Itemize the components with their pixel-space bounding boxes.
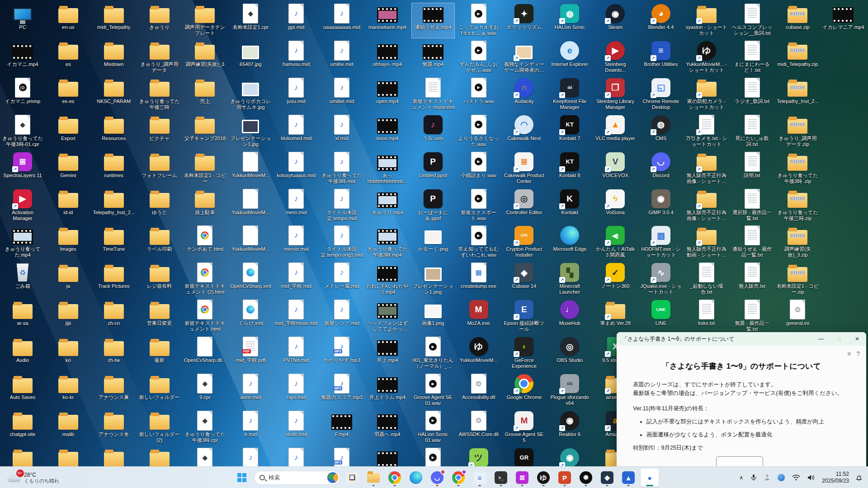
desktop-icon[interactable]: ▶小銭詰まり.wav [457, 151, 500, 187]
desktop-icon[interactable]: ◆9.cpr [183, 373, 226, 408]
desktop-icon[interactable]: ko-kr [47, 373, 90, 408]
desktop-icon[interactable]: V↗VOICEVOX [594, 151, 637, 187]
desktop-icon[interactable]: en-us [47, 3, 90, 38]
desktop-icon[interactable]: きゅうり食ってた午後3時 .zip [776, 151, 819, 187]
desktop-icon[interactable]: ◆きゅうり食ってた午後3時-01.cpr [1, 114, 44, 150]
desktop-icon[interactable]: Telepathy_Inst_2... [776, 77, 819, 113]
desktop-icon[interactable]: 売上 [183, 77, 226, 113]
desktop-icon[interactable]: 羽贔へ.mp4 [366, 410, 409, 446]
desktop-icon[interactable]: ♻ごみ箱 [1, 262, 44, 297]
desktop-icon[interactable]: ラベル印刷 [138, 225, 181, 260]
desktop-icon[interactable]: ∿↗JQuake.exe - ショートカット [639, 262, 683, 297]
desktop-icon[interactable]: きゅうり食ってた午後三時 [138, 77, 181, 113]
desktop-icon[interactable]: レジ袋有料 [138, 262, 181, 297]
desktop-icon[interactable]: zh-tw [92, 336, 136, 371]
list-icon[interactable]: ≡ [847, 350, 851, 357]
desktop-icon[interactable]: KT↗Kontakt 7 [548, 114, 591, 150]
yukkurimoviemaker-taskbar-button[interactable]: ゆ [534, 469, 552, 487]
desktop-icon[interactable]: 父子キャンプ2018 [183, 114, 226, 150]
desktop-icon[interactable]: ピクチャ [138, 114, 181, 150]
desktop-icon[interactable]: 説明.txt [731, 151, 774, 187]
desktop-icon[interactable]: ▶ [411, 447, 455, 466]
desktop-icon[interactable]: ohhayo-.mp4 [366, 40, 409, 75]
desktop-icon[interactable]: ゆYukkuriMovieM... [457, 336, 500, 371]
edge-taskbar-button[interactable] [407, 469, 425, 487]
desktop-icon[interactable]: runtimes [92, 151, 136, 187]
notification-bell-icon[interactable]: z [853, 469, 865, 487]
desktop-icon[interactable]: 通知うぜえ.mp4 [411, 3, 455, 38]
weather-widget[interactable]: 9+ 28°C くもりのち晴れ [5, 469, 62, 486]
desktop-icon[interactable]: あっhhhhhhhhhhhhh... [366, 151, 409, 187]
desktop-icon[interactable]: F.mp4 [320, 410, 363, 446]
desktop-icon[interactable]: ♩MuseHub [548, 299, 591, 334]
desktop-icon[interactable]: ♪タイトル未設定.tempo.orig1.mid [320, 225, 363, 260]
desktop-icon[interactable]: Telepathy_Inst_2... [92, 188, 136, 224]
desktop-icon[interactable]: KT↗Kontakt 8 [548, 151, 591, 187]
desktop-icon[interactable]: きゅうり.mp4 [366, 188, 409, 224]
desktop-icon[interactable]: GR [502, 447, 546, 466]
desktop-icon[interactable] [366, 447, 409, 466]
desktop-icon[interactable]: ↗孤独なインディーゲーム開発者の一生 ... [502, 40, 546, 75]
desktop-icon[interactable]: Images [47, 225, 90, 260]
desktop-icon[interactable]: ♪mid_学校.mid [274, 262, 318, 297]
desktop-icon[interactable]: ◱↗Chrome Remote Desktop [639, 77, 683, 113]
desktop-icon[interactable]: Export [47, 114, 90, 150]
desktop-icon[interactable]: 営業日変更 [138, 299, 181, 334]
desktop-icon[interactable]: ♪umibe.mid [320, 40, 363, 75]
chatgpt-taskbar-button[interactable]: ❋ [577, 469, 595, 487]
desktop-icon[interactable]: きゅうり食ってた午後三時.zip [776, 188, 819, 224]
desktop-icon[interactable]: OpenCvSharp.dll... [183, 336, 226, 371]
desktop-icon[interactable]: ▦createdump.exe [457, 262, 500, 297]
desktop-icon[interactable]: 新しいフォルダー [138, 373, 181, 408]
desktop-icon[interactable]: ゆ↗YukkuriMovieM... - ショートカット [685, 40, 728, 75]
desktop-icon[interactable]: ◀)↗かんたん！AITalk 3 関西風 [594, 225, 637, 260]
desktop-icon[interactable]: ▲↗VLC media player [594, 114, 637, 150]
account-sphere-icon[interactable] [775, 469, 788, 487]
desktop-icon[interactable]: 井上.mp4 [366, 336, 409, 371]
desktop-icon[interactable]: 調声練習(失敗)_3.zip [776, 225, 819, 260]
chrome-taskbar-button[interactable] [386, 469, 404, 487]
desktop-icon[interactable]: きゅうりボカコレ用サムネ.jpg [229, 77, 272, 113]
desktop-icon[interactable]: ♪sirofo.mid [274, 410, 318, 446]
desktop-icon[interactable]: midi_Telepathy.zip [776, 40, 819, 75]
desktop-icon[interactable]: ♪きゅうり食ってた午後3時.mid [320, 151, 363, 187]
wifi-icon[interactable] [789, 469, 803, 487]
desktop-icon[interactable]: ↗無人販売不正行為 動画 - ショートカット [685, 225, 728, 260]
desktop-icon[interactable]: ♪mid_学校muse.mid [274, 299, 318, 334]
desktop-icon[interactable]: Auto Saves [1, 373, 44, 408]
tray-overflow-chevron[interactable]: ∧ [736, 469, 746, 487]
desktop-icon[interactable] [138, 447, 181, 466]
desktop-icon[interactable]: ♪ [274, 447, 318, 466]
desktop-icon[interactable]: ↗家の防犯カメラ - ショートカット [685, 77, 728, 113]
desktop-icon[interactable]: M↗Groove Agent SE 5 [502, 410, 546, 446]
desktop-icon[interactable]: Gemini [47, 151, 90, 187]
desktop-icon[interactable]: ∩↗Audacity [502, 77, 546, 113]
desktop-icon[interactable]: ↗syasinn - ショートカット [685, 3, 728, 38]
desktop-icon[interactable]: ♪klokumed.mid [274, 114, 318, 150]
desktop-icon[interactable]: 65407.jpg [229, 40, 272, 75]
help-icon[interactable]: ? [856, 350, 860, 357]
desktop-icon[interactable]: ▶Groove Agent SE 01.wav [411, 373, 455, 408]
desktop-icon[interactable]: ♪meroin.mid [274, 225, 318, 260]
desktop-icon[interactable]: PDFmid_学校.pdf [229, 336, 272, 371]
desktop-icon[interactable]: まにまにわーるど！.txt [731, 40, 774, 75]
desktop-icon[interactable]: ♪うみ.ustx [411, 114, 455, 150]
desktop-icon[interactable]: es [47, 40, 90, 75]
desktop-icon[interactable]: zh-cn [92, 299, 136, 334]
volume-icon[interactable] [805, 469, 818, 487]
desktop-icon[interactable]: K↗Kontakt [548, 188, 591, 224]
desktop-icon[interactable]: ko [47, 336, 90, 371]
desktop-icon[interactable]: ♪メドレー風.mid [320, 262, 363, 297]
desktop-icon[interactable]: ♪rajio.mid [274, 373, 318, 408]
chrome-profile-taskbar-button[interactable] [449, 469, 467, 487]
desktop-icon[interactable]: ↗Google Chrome [502, 373, 546, 408]
desktop-icon[interactable]: teion.mp4 [366, 114, 409, 150]
desktop-icon[interactable]: フォトフレーム [138, 151, 181, 187]
desktop-icon[interactable]: ◉↗Reaktor 6 [548, 410, 591, 446]
desktop-icon[interactable]: ◡↗Discord [639, 151, 683, 187]
desktop-icon[interactable]: ♪umibet.mid [320, 77, 363, 113]
desktop-icon[interactable]: ◉GIMP 3.0.4 [639, 188, 683, 224]
desktop-icon[interactable]: ↗万引きメモ.txt - ショートカット [685, 114, 728, 150]
desktop-icon[interactable]: es-es [47, 77, 90, 113]
desktop-icon[interactable]: 新規テキストドキュメント.musicxml [411, 77, 455, 113]
